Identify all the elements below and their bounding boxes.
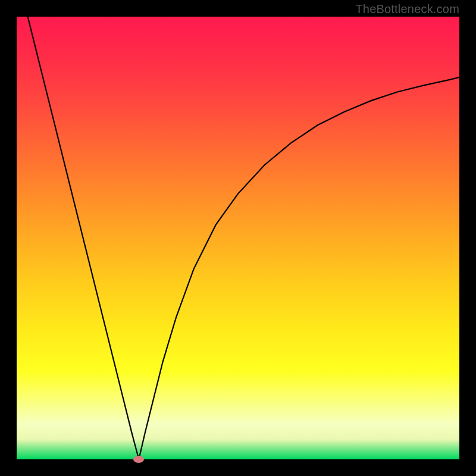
watermark-text: TheBottleneck.com (355, 2, 459, 16)
minimum-marker (133, 456, 144, 463)
chart-plot-area (17, 17, 459, 459)
chart-svg (17, 17, 459, 459)
